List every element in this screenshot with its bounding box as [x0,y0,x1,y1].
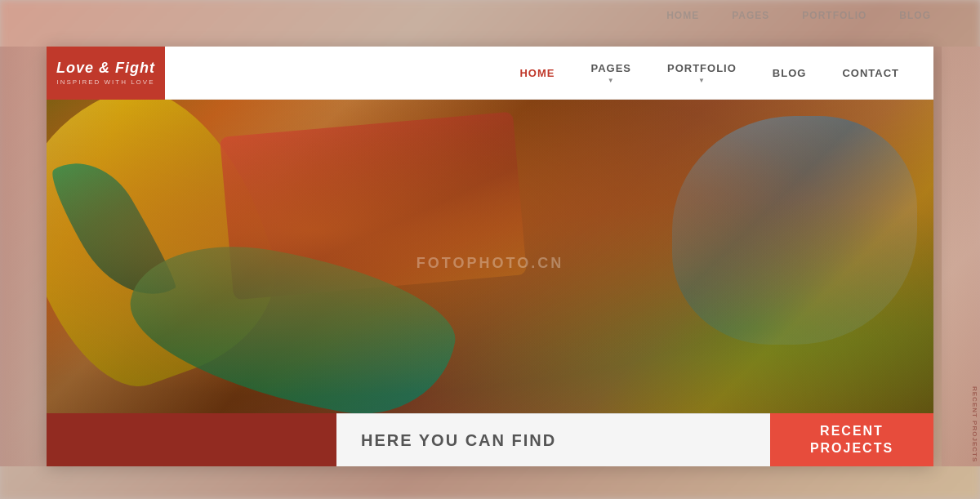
nav-item-home[interactable]: HOME [501,47,572,100]
logo-amp: & [99,60,110,76]
navbar: Love & Fight INSPIRED WITH LOVE HOME PAG… [47,47,933,100]
ghost-nav-home: HOME [666,10,699,21]
nav-item-portfolio[interactable]: PORTFOLIO ▼ [649,47,755,100]
ghost-left-panel [0,47,47,466]
main-card: Love & Fight INSPIRED WITH LOVE HOME PAG… [47,47,933,466]
ghost-nav-portfolio: PORTFOLIO [802,10,866,21]
watermark: FOTOPHOTO.CN [416,255,564,272]
ghost-nav-pages: PAGES [732,10,769,21]
bottom-left-panel [47,413,336,466]
nav-item-contact[interactable]: CONTACT [824,47,917,100]
nav-item-blog[interactable]: BLOG [755,47,825,100]
logo[interactable]: Love & Fight INSPIRED WITH LOVE [47,47,165,100]
ghost-right-panel: RECENT PROJECTS [933,47,980,466]
hero-image: FOTOPHOTO.CN [47,100,933,426]
bottom-middle-panel: HERE YOU CAN FIND [336,413,770,466]
nav-item-pages[interactable]: PAGES ▼ [572,47,649,100]
pages-chevron-icon: ▼ [608,77,615,84]
hero-section: FOTOPHOTO.CN [47,100,933,426]
ghost-right-text: RECENT PROJECTS [971,386,978,462]
find-text: HERE YOU CAN FIND [361,431,556,450]
bottom-bar: HERE YOU CAN FIND RECENT PROJECTS [47,413,933,466]
nav-links: HOME PAGES ▼ PORTFOLIO ▼ BLOG CONTACT [501,47,933,100]
recent-projects-text: RECENT PROJECTS [810,423,893,457]
ghost-navbar: HOME PAGES PORTFOLIO BLOG [0,10,980,21]
recent-projects-button[interactable]: RECENT PROJECTS [770,413,933,466]
ghost-nav-blog: BLOG [899,10,931,21]
logo-title: Love & Fight [56,60,155,77]
portfolio-chevron-icon: ▼ [698,77,706,84]
logo-subtitle: INSPIRED WITH LOVE [56,78,154,86]
